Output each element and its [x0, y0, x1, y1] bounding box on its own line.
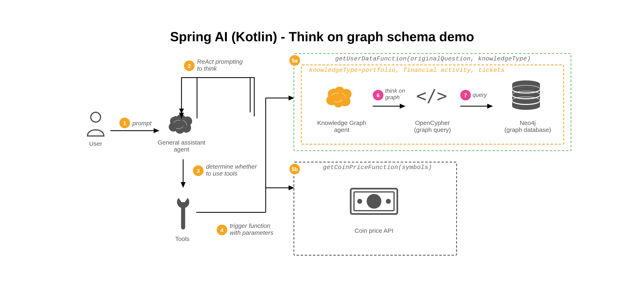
badge-4: 4: [217, 225, 227, 235]
label-5a-func: getUserDataFunction(originalQuestion, kn…: [335, 55, 548, 62]
brain-icon-kg: [325, 86, 355, 109]
svg-marker-4: [179, 113, 184, 118]
arrow-to-tools: [179, 159, 187, 188]
database-icon: [510, 80, 542, 112]
svg-marker-15: [400, 104, 406, 109]
coin-api-label: Coin price API: [343, 227, 405, 234]
badge-5a: 5a: [290, 55, 300, 66]
label-trigger: trigger function with parameters: [230, 222, 287, 236]
arrow-7: [460, 103, 493, 109]
diagram-title: Spring AI (Kotlin) - Think on graph sche…: [0, 29, 644, 44]
badge-2: 2: [184, 60, 194, 71]
badge-3: 3: [193, 165, 204, 176]
money-icon: [350, 188, 398, 215]
user-icon: [86, 111, 106, 137]
label-5a-inner: knowledgeType=portfolio, financial activ…: [309, 67, 538, 74]
label-think-on-graph: think on graph: [385, 87, 414, 100]
svg-marker-17: [487, 104, 493, 109]
label-query: query: [472, 91, 497, 98]
neo4j-label: Neo4j (graph database): [497, 119, 558, 133]
label-react: ReAct prompting to think: [197, 58, 254, 72]
svg-point-0: [91, 112, 100, 122]
diagram-canvas: Spring AI (Kotlin) - Think on graph sche…: [0, 0, 644, 294]
wrench-icon-clean: [174, 190, 192, 233]
badge-5b: 5b: [290, 164, 300, 174]
svg-rect-7: [181, 207, 185, 230]
kg-agent-label: Knowledge Graph agent: [313, 119, 370, 133]
svg-marker-2: [154, 128, 160, 133]
svg-point-24: [367, 194, 381, 209]
label-5b-func: getCoinPriceFunction(symbols): [323, 164, 446, 171]
badge-6: 6: [373, 90, 384, 100]
arrow-6: [373, 103, 406, 109]
badge-1: 1: [119, 118, 130, 128]
arrow-branch: [196, 94, 294, 221]
svg-marker-6: [181, 182, 186, 188]
tools-label: Tools: [170, 235, 194, 242]
opencypher-label: OpenCypher (graph query): [404, 119, 461, 133]
user-label: User: [80, 140, 111, 147]
code-icon: </>: [416, 86, 447, 106]
arrow-prompt: [110, 127, 160, 135]
badge-7: 7: [460, 90, 471, 100]
label-prompt: prompt: [132, 120, 157, 127]
svg-point-18: [512, 80, 540, 88]
